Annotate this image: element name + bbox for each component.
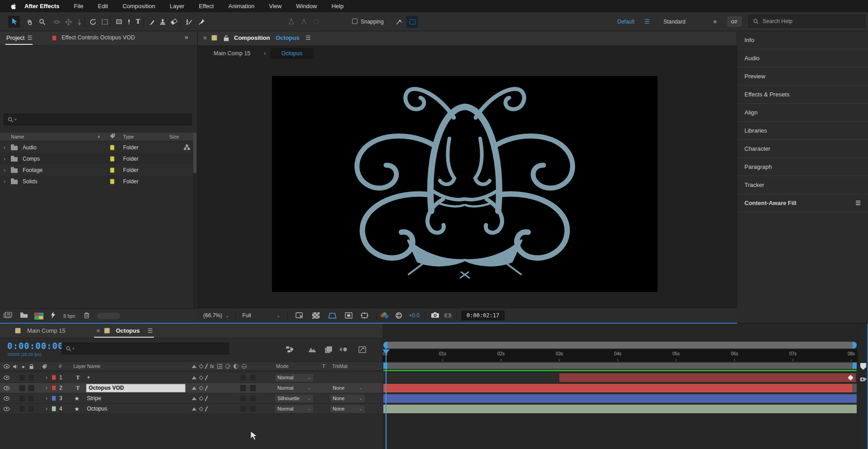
preserve-transparency-column[interactable]: T: [322, 363, 325, 369]
layer-bar-2[interactable]: [383, 384, 852, 392]
brush-tool-icon[interactable]: [146, 16, 157, 28]
project-row-comps[interactable]: › Comps Folder: [0, 153, 194, 164]
unlock-icon[interactable]: [224, 35, 229, 43]
video-column-eye-icon[interactable]: [4, 364, 10, 368]
tab-composition-label[interactable]: Composition: [234, 34, 270, 41]
menu-file[interactable]: File: [67, 3, 91, 10]
project-row-footage[interactable]: › Footage Folder: [0, 164, 194, 176]
trkmat-column[interactable]: TrkMat: [332, 363, 348, 369]
track-matte-dropdown[interactable]: None⌄: [330, 395, 365, 402]
panel-button-align[interactable]: Align: [737, 104, 868, 122]
show-snapshot-icon[interactable]: [444, 312, 452, 320]
tab-project[interactable]: Project: [6, 34, 24, 41]
panel-button-effects-presets[interactable]: Effects & Presets: [737, 86, 868, 104]
layer-row-3[interactable]: › 3 ★ Stripe Silhouette⌄ None⌄: [0, 393, 382, 404]
layer-switches[interactable]: [192, 375, 207, 380]
menu-after-effects[interactable]: After Effects: [17, 3, 67, 10]
work-area-bar[interactable]: [383, 363, 857, 369]
workspace-default-button[interactable]: Default: [617, 19, 634, 25]
camera-region-tool-icon[interactable]: [99, 16, 110, 28]
sync-settings-icon[interactable]: [728, 17, 741, 26]
playhead-handle[interactable]: [382, 349, 390, 354]
resolution-dropdown[interactable]: Full ⌄: [238, 311, 284, 320]
render-queue-icon[interactable]: [50, 311, 56, 320]
menu-layer[interactable]: Layer: [162, 3, 192, 10]
comp-marker-icon[interactable]: [860, 363, 867, 370]
layer-bar-4[interactable]: [383, 405, 857, 413]
layer-row-1[interactable]: › 1 T + Normal⌄: [0, 373, 382, 383]
new-composition-icon[interactable]: [34, 313, 43, 320]
blend-mode-dropdown[interactable]: Silhouette⌄: [275, 395, 313, 402]
audio-column-speaker-icon[interactable]: [13, 364, 18, 369]
mode-column[interactable]: Mode: [276, 363, 289, 369]
panel-button-audio[interactable]: Audio: [737, 49, 868, 67]
guides-icon[interactable]: [358, 310, 371, 321]
mask-feather-tool-icon[interactable]: [285, 16, 297, 28]
tab-octopus[interactable]: Octopus: [116, 327, 140, 334]
project-scrollbar[interactable]: [193, 133, 196, 308]
switches-column-icons[interactable]: fx: [192, 364, 247, 369]
panel-button-character[interactable]: Character: [737, 140, 868, 158]
breadcrumb-parent[interactable]: Main Comp 15: [214, 50, 250, 57]
project-row-audio[interactable]: › Audio Folder: [0, 142, 194, 153]
track-row-4[interactable]: [382, 404, 858, 414]
vertex-tool-icon[interactable]: [298, 16, 310, 28]
tab-main-comp-15[interactable]: Main Comp 15: [27, 327, 66, 334]
puppet-pin-tool-icon[interactable]: [196, 16, 207, 28]
layer-name[interactable]: Octopus: [87, 406, 107, 412]
timeline-panel-menu-icon[interactable]: ☰: [148, 327, 153, 334]
menu-edit[interactable]: Edit: [91, 3, 115, 10]
graph-editor-icon[interactable]: [356, 344, 368, 355]
close-tab-icon[interactable]: ✕: [203, 35, 207, 41]
preview-time-display[interactable]: 0:00:02:17: [461, 310, 505, 320]
expand-chevron-icon[interactable]: ›: [46, 406, 48, 412]
layer-bar-1[interactable]: [559, 373, 856, 382]
channel-settings-icon[interactable]: [381, 312, 389, 319]
layer-label-chip[interactable]: [52, 385, 56, 391]
tab-composition-name[interactable]: Octopus: [276, 34, 300, 41]
work-area-navigator[interactable]: [383, 342, 857, 349]
layer-row-2[interactable]: › 2 T Octopus VOD Normal⌄ None⌄: [0, 383, 382, 393]
apple-menu-icon[interactable]: [10, 3, 17, 10]
track-matte-dropdown[interactable]: None⌄: [330, 384, 365, 392]
menu-animation[interactable]: Animation: [221, 3, 262, 10]
flowchart-icon[interactable]: [184, 144, 190, 150]
project-panel-menu-icon[interactable]: ☰: [27, 34, 33, 41]
panel-button-paragraph[interactable]: Paragraph: [737, 158, 868, 176]
project-tabs-overflow[interactable]: »: [185, 33, 188, 41]
layer-visibility-eye-icon[interactable]: [4, 407, 10, 411]
snap-angle-icon[interactable]: [393, 16, 405, 28]
layer-number-column[interactable]: #: [59, 363, 62, 369]
layer-label-chip[interactable]: [52, 406, 56, 411]
lasso-tool-icon[interactable]: [310, 16, 322, 28]
motion-path-icon[interactable]: [406, 16, 418, 28]
exposure-reset-icon[interactable]: [392, 310, 405, 321]
hand-tool-icon[interactable]: [24, 16, 35, 28]
solo-column-icon[interactable]: ●: [22, 364, 25, 369]
panel-button-content-aware-fill[interactable]: Content-Aware Fill ☰: [737, 194, 868, 212]
draft-3d-icon[interactable]: [306, 344, 319, 355]
layer-name-column[interactable]: Layer Name: [73, 363, 100, 369]
region-of-interest-icon[interactable]: [293, 310, 306, 321]
composition-panel-menu-icon[interactable]: ☰: [305, 34, 311, 41]
snapping-checkbox[interactable]: [352, 19, 358, 24]
label-column-tag-icon[interactable]: [42, 364, 47, 369]
blend-mode-dropdown[interactable]: Normal⌄: [275, 384, 313, 392]
item-name[interactable]: Audio: [23, 144, 37, 151]
rotation-tool-icon[interactable]: [87, 16, 99, 28]
expand-chevron-icon[interactable]: ›: [4, 156, 5, 162]
menu-composition[interactable]: Composition: [115, 3, 162, 10]
interpret-footage-icon[interactable]: [4, 312, 14, 320]
item-name[interactable]: Solids: [23, 178, 38, 185]
expand-chevron-icon[interactable]: ›: [4, 167, 5, 173]
column-size[interactable]: Size: [169, 134, 179, 139]
label-chip-yellow[interactable]: [110, 145, 114, 150]
trash-icon[interactable]: [84, 312, 90, 320]
timeline-search-field[interactable]: ▾: [62, 343, 229, 354]
mask-visibility-icon[interactable]: [326, 310, 339, 321]
layer-label-chip[interactable]: [52, 375, 56, 380]
panel-menu-icon[interactable]: ☰: [855, 200, 861, 206]
clone-stamp-tool-icon[interactable]: [157, 16, 168, 28]
workspace-standard-button[interactable]: Standard: [663, 19, 686, 25]
project-table-header[interactable]: Name ▲ Type Size: [0, 132, 194, 141]
